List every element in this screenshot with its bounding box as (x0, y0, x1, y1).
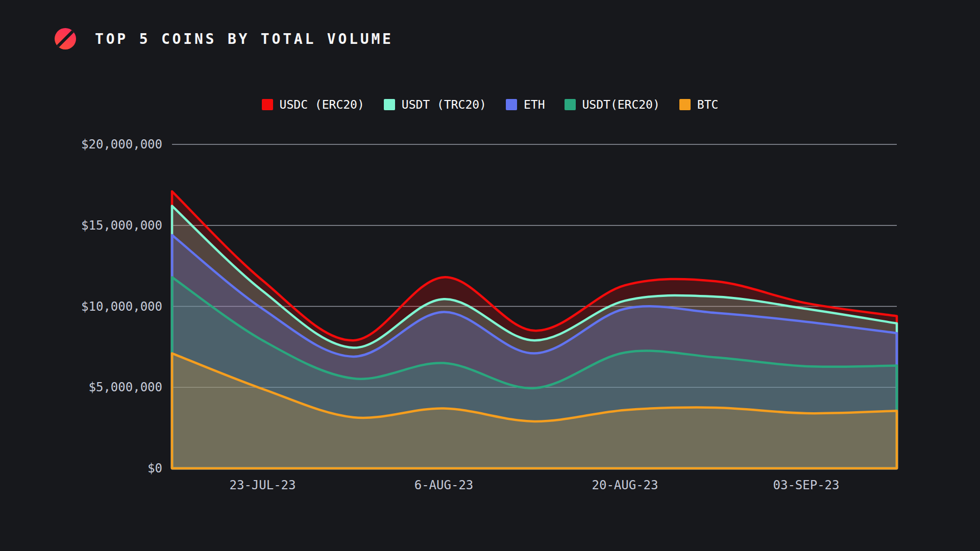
y-axis-tick-label: $15,000,000 (30, 218, 162, 233)
y-axis-tick-label: $10,000,000 (30, 299, 162, 314)
y-axis-tick-label: $0 (30, 461, 162, 476)
x-axis-tick-label: 6-AUG-23 (414, 478, 474, 493)
x-axis-tick-label: 20-AUG-23 (592, 478, 658, 493)
x-axis-tick-label: 23-JUL-23 (229, 478, 296, 493)
dashboard: TOP 5 COINS BY TOTAL VOLUME USDC (ERC20)… (0, 0, 980, 551)
y-axis-tick-label: $5,000,000 (30, 380, 162, 395)
y-axis-tick-label: $20,000,000 (30, 137, 162, 152)
x-axis-tick-label: 03-SEP-23 (773, 478, 839, 493)
